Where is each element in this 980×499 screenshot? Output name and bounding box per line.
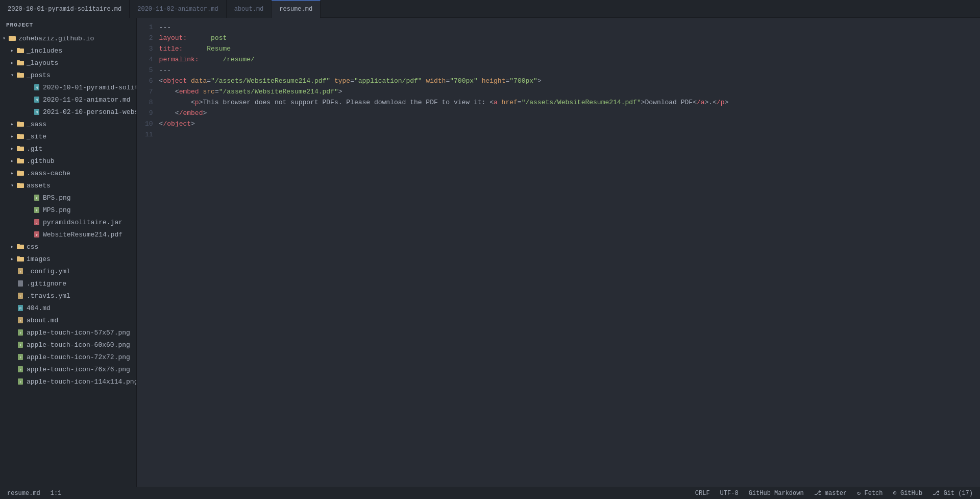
tree-item-.git[interactable]: ▸ .git	[0, 142, 136, 155]
tree-label: _config.yml	[27, 268, 70, 275]
tree-icon: P	[16, 378, 24, 385]
tree-item-assets[interactable]: ▾ assets	[0, 179, 136, 192]
syntax-tag: /object	[163, 120, 191, 128]
tree-item-_includes[interactable]: ▸ _includes	[0, 44, 136, 57]
tree-icon: Y	[16, 268, 24, 275]
code-lines: ---layout: posttitle: Resumepermalink: /…	[159, 22, 980, 483]
tree-label: .gitignore	[27, 280, 66, 288]
syntax-bracket: <	[175, 109, 179, 117]
tree-item-404[interactable]: M 404.md	[0, 302, 136, 314]
tree-item-bps[interactable]: P BPS.png	[0, 192, 136, 204]
tree-item-css[interactable]: ▸ css	[0, 241, 136, 253]
syntax-string: "/assets/WebsiteResume214.pdf"	[219, 88, 338, 96]
tab-tab2[interactable]: 2020-11-02-animator.md	[130, 0, 226, 18]
tree-item-pdf[interactable]: P WebsiteResume214.pdf	[0, 228, 136, 241]
syntax-text: .	[708, 99, 713, 106]
tree-label: apple-touch-icon-72x72.png	[27, 353, 130, 361]
tree-icon: M	[33, 96, 41, 103]
status-file[interactable]: resume.md	[5, 490, 42, 497]
syntax-tag: embed	[179, 88, 199, 96]
tree-arrow: ▸	[8, 133, 16, 139]
tree-item-_site[interactable]: ▸ _site	[0, 130, 136, 142]
tree-icon	[16, 182, 24, 189]
status-git[interactable]: ⎇ Git (17)	[930, 489, 975, 497]
tree-item-apple1[interactable]: P apple-touch-icon-57x57.png	[0, 326, 136, 339]
code-line-6: <object data="/assets/WebsiteResume214.p…	[159, 76, 972, 86]
tree-label: BPS.png	[43, 194, 71, 202]
tree-label: assets	[27, 182, 51, 189]
svg-rect-37	[17, 256, 20, 258]
status-fetch[interactable]: ↻ Fetch	[855, 489, 885, 497]
tab-tab4[interactable]: resume.md	[272, 0, 321, 18]
status-bar: resume.md 1:1 CRLF UTF-8 GitHub Markdown…	[0, 487, 980, 499]
github-icon: ⊙	[893, 490, 897, 497]
tab-tab1[interactable]: 2020-10-01-pyramid-solitaire.md	[0, 0, 130, 18]
svg-text:P: P	[36, 197, 37, 200]
tree-item-root[interactable]: ▾ zohebaziz.github.io	[0, 32, 136, 44]
svg-rect-35	[17, 244, 20, 246]
tree-icon	[8, 35, 16, 42]
tree-item-apple5[interactable]: P apple-touch-icon-114x114.png	[0, 375, 136, 388]
tree-label: images	[27, 255, 51, 263]
tree-item-images[interactable]: ▸ images	[0, 253, 136, 265]
syntax-value: /resume/	[223, 56, 254, 63]
syntax-ws	[159, 88, 175, 96]
status-charset[interactable]: UTF-8	[718, 490, 741, 497]
tree-icon: P	[16, 329, 24, 336]
tree-item-jar[interactable]: J pyramidsolitaire.jar	[0, 216, 136, 228]
syntax-equals: =	[207, 77, 211, 85]
tree-item-apple3[interactable]: P apple-touch-icon-72x72.png	[0, 351, 136, 363]
svg-rect-40	[18, 280, 23, 287]
tree-item-file2[interactable]: M 2020-11-02-animator.md	[0, 93, 136, 106]
status-branch[interactable]: ⎇ master	[812, 489, 849, 497]
tree-item-file1[interactable]: M 2020-10-01-pyramid-solitaire.md	[0, 81, 136, 93]
tree-item-_sass[interactable]: ▸ _sass	[0, 118, 136, 130]
line-number-6: 6	[145, 76, 153, 86]
status-language[interactable]: GitHub Markdown	[747, 490, 806, 497]
tree-icon	[16, 47, 24, 54]
tree-item-.travis[interactable]: Y .travis.yml	[0, 290, 136, 302]
tree-icon	[16, 280, 24, 287]
tree-icon	[16, 133, 24, 140]
svg-rect-17	[17, 134, 20, 135]
tree-label: apple-touch-icon-114x114.png	[27, 378, 136, 386]
syntax-bracket-close: >	[191, 120, 195, 128]
syntax-space	[187, 77, 191, 85]
code-editor[interactable]: 1234567891011 ---layout: posttitle: Resu…	[137, 18, 980, 487]
tree-item-file3[interactable]: M 2021-02-10-personal-website.md	[0, 106, 136, 118]
svg-rect-21	[17, 158, 20, 160]
status-encoding[interactable]: CRLF	[693, 490, 712, 497]
status-position[interactable]: 1:1	[48, 490, 64, 497]
tree-container: ▾ zohebaziz.github.io ▸ _includes ▸ _lay…	[0, 32, 136, 487]
tree-item-_posts[interactable]: ▾ _posts	[0, 69, 136, 81]
tree-item-.github[interactable]: ▸ .github	[0, 155, 136, 167]
syntax-attr: data	[191, 77, 207, 85]
tree-item-.gitignore[interactable]: .gitignore	[0, 277, 136, 290]
tree-item-.sass-cache[interactable]: ▸ .sass-cache	[0, 167, 136, 179]
tree-item-apple2[interactable]: P apple-touch-icon-60x60.png	[0, 339, 136, 351]
code-line-11	[159, 129, 972, 140]
svg-text:M: M	[36, 110, 38, 114]
tree-arrow: ▾	[8, 72, 16, 78]
tree-item-_layouts[interactable]: ▸ _layouts	[0, 57, 136, 69]
tree-icon: P	[16, 353, 24, 361]
tab-tab3[interactable]: about.md	[227, 0, 272, 18]
tree-item-mps[interactable]: P MPS.png	[0, 204, 136, 216]
syntax-tag: object	[163, 77, 187, 85]
fetch-icon: ↻	[857, 490, 861, 497]
tree-icon	[16, 59, 24, 66]
tree-item-_config[interactable]: Y _config.yml	[0, 265, 136, 277]
svg-rect-19	[17, 146, 20, 148]
tree-item-apple4[interactable]: P apple-touch-icon-76x76.png	[0, 363, 136, 375]
status-github[interactable]: ⊙ GitHub	[891, 489, 925, 497]
tree-arrow: ▸	[8, 121, 16, 127]
tree-icon	[16, 255, 24, 263]
line-number-3: 3	[145, 43, 153, 54]
tree-icon	[16, 121, 24, 128]
syntax-equals: =	[215, 88, 219, 96]
svg-text:Y: Y	[19, 295, 21, 298]
tree-icon	[16, 157, 24, 164]
tree-item-about[interactable]: Y about.md	[0, 314, 136, 326]
syntax-bracket-close: >	[725, 99, 729, 106]
syntax-bracket-close: >	[641, 99, 645, 106]
